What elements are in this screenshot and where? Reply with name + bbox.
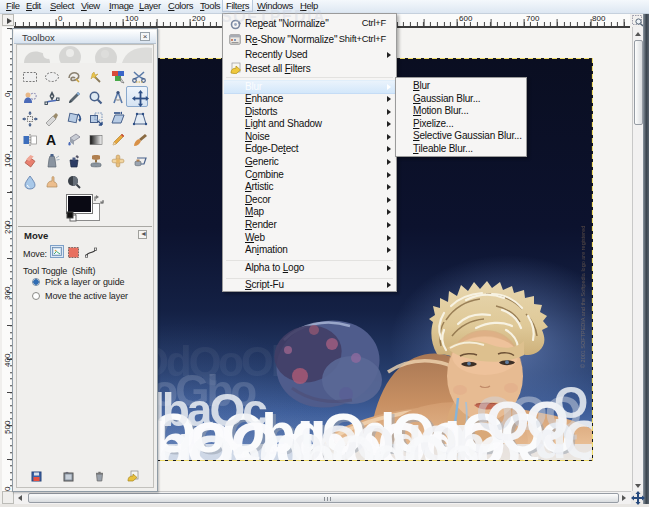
svg-text:O: O xyxy=(554,378,587,427)
svg-text:© 2001 SOFTPEDIA and the Softp: © 2001 SOFTPEDIA and the Softpedia logo … xyxy=(580,226,586,368)
svg-text:A: A xyxy=(46,132,56,148)
